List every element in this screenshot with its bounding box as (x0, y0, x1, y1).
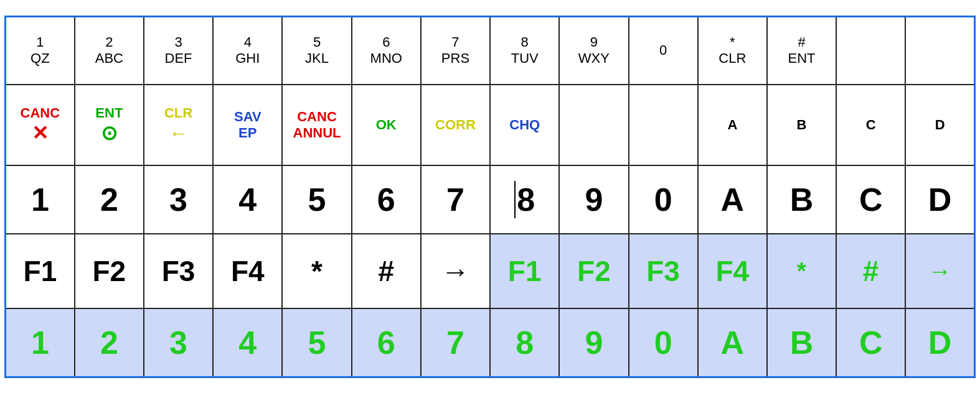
gnum-b[interactable]: B (767, 308, 836, 377)
key-corr[interactable]: CORR (421, 85, 490, 165)
num-b[interactable]: B (767, 165, 836, 234)
gnum-1[interactable]: 1 (6, 308, 75, 377)
key-5-jkl[interactable]: 5 JKL (282, 16, 351, 85)
fn-f3[interactable]: F3 (144, 234, 213, 308)
gnum-5[interactable]: 5 (282, 308, 351, 377)
key-clr-arrow[interactable]: CLR ← (144, 85, 213, 165)
fn-f4-blue[interactable]: F4 (698, 234, 767, 308)
fn-arrow[interactable]: → (421, 234, 490, 308)
gnum-3[interactable]: 3 (144, 308, 213, 377)
key-2-abc[interactable]: 2 ABC (75, 16, 144, 85)
key-r2-a[interactable]: A (698, 85, 767, 165)
fn-f2-blue[interactable]: F2 (559, 234, 628, 308)
key-hash-ent[interactable]: # ENT (767, 16, 836, 85)
key-empty-2 (905, 16, 974, 85)
fn-arrow-blue[interactable]: → (905, 234, 974, 308)
fn-f2[interactable]: F2 (75, 234, 144, 308)
fn-hash-blue[interactable]: # (836, 234, 905, 308)
gnum-9[interactable]: 9 (559, 308, 628, 377)
key-9-wxy[interactable]: 9 WXY (559, 16, 628, 85)
num-7[interactable]: 7 (421, 165, 490, 234)
key-ok[interactable]: OK (352, 85, 421, 165)
fn-hash[interactable]: # (352, 234, 421, 308)
key-6-mno[interactable]: 6 MNO (352, 16, 421, 85)
num-5[interactable]: 5 (282, 165, 351, 234)
num-6[interactable]: 6 (352, 165, 421, 234)
gnum-8[interactable]: 8 (490, 308, 559, 377)
key-8-tuv[interactable]: 8 TUV (490, 16, 559, 85)
gnum-d[interactable]: D (905, 308, 974, 377)
gnum-c[interactable]: C (836, 308, 905, 377)
gnum-6[interactable]: 6 (352, 308, 421, 377)
gnum-0[interactable]: 0 (629, 308, 698, 377)
fn-star-blue[interactable]: * (767, 234, 836, 308)
num-d[interactable]: D (905, 165, 974, 234)
key-1-qz[interactable]: 1 QZ (6, 16, 75, 85)
gnum-7[interactable]: 7 (421, 308, 490, 377)
fn-star[interactable]: * (282, 234, 351, 308)
key-chq[interactable]: CHQ (490, 85, 559, 165)
key-r2-empty-1 (559, 85, 628, 165)
gnum-4[interactable]: 4 (213, 308, 282, 377)
fn-f1[interactable]: F1 (6, 234, 75, 308)
fn-f4[interactable]: F4 (213, 234, 282, 308)
num-9[interactable]: 9 (559, 165, 628, 234)
key-7-prs[interactable]: 7 PRS (421, 16, 490, 85)
key-empty-1 (836, 16, 905, 85)
num-1[interactable]: 1 (6, 165, 75, 234)
num-a[interactable]: A (698, 165, 767, 234)
green-number-row: 1 2 3 4 5 6 7 8 9 0 A B C D (6, 308, 975, 377)
fn-f1-blue[interactable]: F1 (490, 234, 559, 308)
num-3[interactable]: 3 (144, 165, 213, 234)
key-r2-b[interactable]: B (767, 85, 836, 165)
header-row: 1 QZ 2 ABC 3 DEF 4 GHI 5 JKL 6 MNO 7 PRS… (6, 16, 975, 85)
keyboard-layout: 1 QZ 2 ABC 3 DEF 4 GHI 5 JKL 6 MNO 7 PRS… (4, 16, 976, 378)
num-2[interactable]: 2 (75, 165, 144, 234)
function-row: F1 F2 F3 F4 * # → F1 F2 F3 F4 * # → (6, 234, 975, 308)
key-star-clr[interactable]: * CLR (698, 16, 767, 85)
num-4[interactable]: 4 (213, 165, 282, 234)
key-r2-d[interactable]: D (905, 85, 974, 165)
key-0[interactable]: 0 (629, 16, 698, 85)
key-3-def[interactable]: 3 DEF (144, 16, 213, 85)
key-savep[interactable]: SAV EP (213, 85, 282, 165)
num-0[interactable]: 0 (629, 165, 698, 234)
special-keys-row: CANC ✕ ENT ⊙ CLR ← SAV EP CANC ANNUL OK … (6, 85, 975, 165)
gnum-a[interactable]: A (698, 308, 767, 377)
number-row: 1 2 3 4 5 6 7 8 9 0 A B C D (6, 165, 975, 234)
key-r2-c[interactable]: C (836, 85, 905, 165)
key-ent-circle[interactable]: ENT ⊙ (75, 85, 144, 165)
gnum-2[interactable]: 2 (75, 308, 144, 377)
fn-f3-blue[interactable]: F3 (629, 234, 698, 308)
key-4-ghi[interactable]: 4 GHI (213, 16, 282, 85)
key-canc-x[interactable]: CANC ✕ (6, 85, 75, 165)
key-r2-empty-2 (629, 85, 698, 165)
key-canc-annul[interactable]: CANC ANNUL (282, 85, 351, 165)
num-8[interactable]: 8 (490, 165, 559, 234)
num-c[interactable]: C (836, 165, 905, 234)
